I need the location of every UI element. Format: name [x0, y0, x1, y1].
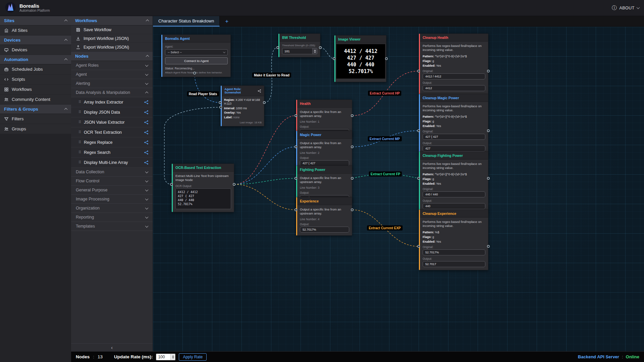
tab-character-status-breakdown[interactable]: Character Status Breakdown: [153, 16, 220, 26]
category-agent-roles[interactable]: Agent Roles: [71, 61, 153, 70]
spinner-up-icon[interactable]: [314, 50, 316, 51]
original-input[interactable]: 440 / 440: [423, 191, 485, 197]
sidebar-section-filters-groups[interactable]: Filters & Groups: [0, 105, 71, 114]
category-flow-control[interactable]: Flow Control: [71, 177, 153, 186]
palette-node-regex-search[interactable]: ⠿ Regex Search: [71, 147, 153, 158]
add-tab-button[interactable]: +: [220, 16, 234, 26]
category-data-analysis[interactable]: Data Analysis & Manipulation: [71, 88, 153, 97]
sidebar-item-all-sites[interactable]: All Sites: [0, 25, 71, 36]
node-agent-role-screenshot[interactable]: Agent Role: Screenshot Region: X:200 Y:4…: [221, 85, 264, 126]
original-input[interactable]: 427 { 427: [423, 134, 485, 140]
node-borealis-agent[interactable]: Borealis Agent Agent: -- Select -- Conne…: [161, 35, 231, 77]
node-magic-power[interactable]: Magic Power Output a specific line from …: [296, 131, 352, 169]
plus-icon: +: [225, 18, 228, 25]
palette-node-array-index-extractor[interactable]: ⠿ Array Index Extractor: [71, 97, 153, 107]
edge-label: Extract Current FP: [369, 172, 402, 177]
sidebar-item-workflows[interactable]: Workflows: [0, 84, 71, 95]
threshold-input[interactable]: 181: [282, 48, 317, 54]
apply-rate-button[interactable]: Apply Rate: [179, 353, 207, 361]
sidebar-section-sites[interactable]: Sites: [0, 16, 71, 25]
spinner-down-icon[interactable]: [172, 357, 174, 359]
node-title: Image Viewer: [338, 37, 361, 41]
number-spinner[interactable]: [170, 354, 175, 360]
sidebar-section-automation[interactable]: Automation: [0, 55, 71, 64]
spinner-up-icon[interactable]: [172, 355, 174, 357]
output-input[interactable]: 440: [423, 203, 485, 209]
update-rate-input[interactable]: 100: [156, 354, 175, 360]
chevron-up-icon: [146, 19, 149, 23]
node-description: Performs live regex-based find/replace o…: [423, 44, 485, 52]
category-templates[interactable]: Templates: [71, 222, 153, 231]
palette-node-display-json-data[interactable]: ⠿ Display JSON Data: [71, 107, 153, 117]
node-cleanup-experience[interactable]: Cleanup Experience Performs live regex-b…: [419, 209, 488, 270]
panel-spacer: [71, 231, 153, 343]
chevron-down-icon: [145, 72, 149, 76]
chevron-down-icon: [223, 51, 225, 53]
category-reporting[interactable]: Reporting: [71, 213, 153, 222]
connect-agent-button[interactable]: Connect to Agent: [165, 57, 228, 64]
original-input[interactable]: 4412 / 4412: [423, 73, 485, 79]
import-icon: [76, 36, 80, 41]
save-workflow-button[interactable]: Save Workflow: [71, 25, 153, 34]
viewer-line: 52.7017%: [348, 68, 373, 74]
agent-select[interactable]: -- Select --: [165, 49, 228, 55]
chevron-left-icon: ‹: [111, 345, 113, 350]
output-input[interactable]: 4412: [423, 85, 485, 91]
palette-node-display-multi-line-array[interactable]: ⠿ Display Multi-Line Array: [71, 158, 153, 168]
ocr-output-textarea[interactable]: 4412 / 4412 427 { 427 440 / 440 52.7017%: [175, 188, 231, 209]
palette-node-json-value-extractor[interactable]: ⠿ JSON Value Extractor: [71, 117, 153, 127]
output-input[interactable]: 52.7017%: [300, 227, 349, 233]
node-share-icon: [144, 150, 149, 155]
workflows-panel-header[interactable]: Workflows: [71, 16, 153, 25]
tab-bar: Character Status Breakdown +: [153, 16, 644, 27]
palette-node-ocr-text-extraction[interactable]: ⠿ OCR Text Extraction: [71, 127, 153, 137]
original-input[interactable]: 52.7017%: [423, 249, 485, 255]
threshold-label: Threshold Strength (0–255):: [282, 44, 317, 47]
share-icon[interactable]: [258, 89, 261, 93]
sites-icon: [4, 28, 9, 33]
category-image-processing[interactable]: Image Processing: [71, 195, 153, 204]
node-cleanup-health[interactable]: Cleanup Health Performs live regex-based…: [419, 34, 488, 94]
sidebar-item-community-content[interactable]: Community Content: [0, 95, 71, 105]
output-input[interactable]: 52.7017: [423, 261, 485, 267]
node-cleanup-magic-power[interactable]: Cleanup Magic Power Performs live regex-…: [419, 94, 488, 155]
collapse-panel-button[interactable]: ‹: [71, 343, 153, 351]
number-spinner[interactable]: [312, 48, 317, 54]
node-title: Cleanup Magic Power: [423, 96, 459, 100]
import-workflow-button[interactable]: Import Workflow (JSON): [71, 34, 153, 43]
node-title: Fighting Power: [300, 168, 325, 172]
category-data-collection[interactable]: Data Collection: [71, 168, 153, 177]
palette-node-regex-replace[interactable]: ⠿ Regex Replace: [71, 137, 153, 147]
nodes-panel-header[interactable]: Nodes: [71, 52, 153, 61]
node-description: Output a specific line from an upstream …: [300, 207, 349, 216]
node-bw-threshold[interactable]: BW Threshold Threshold Strength (0–255):…: [278, 34, 320, 57]
node-ocr-text-extraction[interactable]: OCR-Based Text Extraction Extract Multi-…: [172, 164, 234, 212]
category-general-purpose[interactable]: General Purpose: [71, 186, 153, 195]
workflow-panel: Workflows Save Workflow Import Workflow …: [71, 16, 153, 351]
sidebar-section-devices[interactable]: Devices: [0, 36, 71, 45]
category-organization[interactable]: Organization: [71, 204, 153, 213]
node-description: Extract Multi-Line Text from Upstream Im…: [175, 174, 231, 182]
app-subtitle: Automation Platform: [19, 9, 50, 13]
node-cleanup-fighting-power[interactable]: Cleanup Fighting Power Performs live reg…: [419, 152, 488, 212]
node-image-viewer[interactable]: Image Viewer 4412 / 4412 427 / 427 440 /…: [334, 35, 386, 82]
sidebar-item-filters[interactable]: Filters: [0, 114, 71, 124]
sidebar-item-devices[interactable]: Devices: [0, 45, 71, 55]
sidebar-item-groups[interactable]: Groups: [0, 124, 71, 134]
output-input[interactable]: 427 { 427: [300, 160, 349, 166]
node-experience[interactable]: Experience Output a specific line from a…: [296, 197, 352, 236]
chevron-down-icon: [145, 81, 149, 85]
category-agent[interactable]: Agent: [71, 70, 153, 79]
export-workflow-button[interactable]: Export Workflow (JSON): [71, 43, 153, 52]
node-canvas[interactable]: Borealis Agent Agent: -- Select -- Conne…: [153, 27, 644, 351]
about-button[interactable]: ⓘ ABOUT: [612, 5, 639, 11]
main-sidebar: Sites All Sites Devices Devices Automati…: [0, 16, 71, 362]
spinner-down-icon[interactable]: [314, 52, 316, 53]
chevron-up-icon: [64, 108, 68, 111]
sidebar-item-scheduled-jobs[interactable]: Scheduled Jobs: [0, 64, 71, 74]
category-alerting[interactable]: Alerting: [71, 79, 153, 88]
sidebar-item-scripts[interactable]: Scripts: [0, 74, 71, 84]
output-input[interactable]: 427: [423, 145, 485, 152]
scheduled-jobs-icon: [4, 67, 9, 72]
borealis-logo-icon: [5, 2, 16, 14]
